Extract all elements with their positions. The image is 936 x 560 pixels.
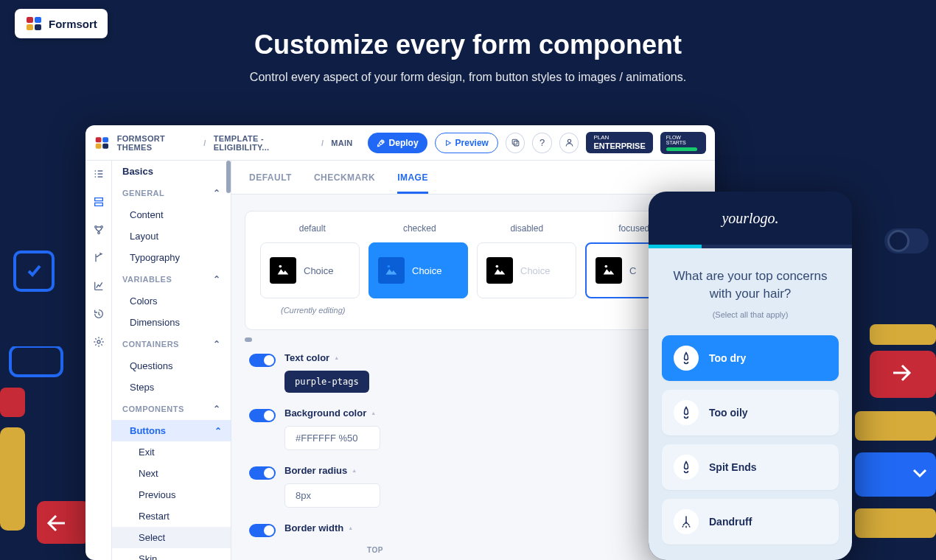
deco-shapes [0, 346, 85, 560]
svg-point-26 [388, 265, 391, 268]
bg-color-input[interactable]: #FFFFFF %50 [284, 426, 380, 450]
hair-icon [674, 455, 699, 480]
hero-subtitle: Control every aspect of your form design… [0, 71, 936, 84]
text-color-toggle[interactable] [249, 354, 276, 367]
sidebar-section-containers[interactable]: CONTAINERS⌃ [112, 333, 231, 355]
svg-point-25 [279, 265, 282, 268]
preview-button[interactable]: Preview [435, 133, 498, 153]
crumb[interactable]: TEMPLATE - ELIGIBILITY... [214, 134, 314, 152]
border-radius-input[interactable]: 8px [284, 483, 380, 508]
sidebar-section-variables[interactable]: VARIABLES⌃ [112, 268, 231, 290]
image-icon [596, 257, 622, 284]
sidebar-item-layout[interactable]: Layout [112, 225, 231, 247]
border-width-label: Border width [284, 522, 353, 533]
phone-logo: yourlogo. [649, 192, 852, 245]
app-header: FORMSORT THEMES / TEMPLATE - ELIGIBILITY… [85, 125, 715, 161]
variant-card-disabled[interactable]: Choice [477, 242, 576, 298]
svg-rect-8 [855, 508, 936, 538]
svg-rect-0 [10, 346, 62, 376]
rail-settings-icon[interactable] [91, 335, 106, 349]
sidebar-item-content[interactable]: Content [112, 204, 231, 225]
variant-card-default[interactable]: Choice [260, 242, 360, 298]
variant-head: disabled [481, 223, 573, 234]
border-width-toggle[interactable] [249, 524, 276, 537]
sidebar-basics[interactable]: Basics [112, 161, 231, 182]
option-split-ends[interactable]: Spit Ends [662, 444, 839, 490]
sidebar-item-skin[interactable]: Skin [112, 548, 231, 560]
option-too-dry[interactable]: Too dry [662, 335, 839, 381]
sidebar-item-buttons[interactable]: Buttons⌃ [112, 420, 231, 441]
user-button[interactable] [559, 133, 579, 153]
deco-shapes-right [848, 324, 936, 560]
play-icon [444, 139, 452, 147]
deploy-button[interactable]: Deploy [368, 133, 427, 153]
svg-rect-10 [35, 17, 41, 23]
chevron-up-icon: ⌃ [213, 339, 221, 349]
rail-branch-icon[interactable] [91, 251, 106, 265]
image-icon [270, 257, 296, 284]
svg-rect-9 [27, 17, 33, 23]
sidebar-section-general[interactable]: GENERAL⌃ [112, 182, 231, 204]
nav-rail [85, 161, 112, 560]
sidebar-item-colors[interactable]: Colors [112, 290, 231, 312]
tab-checkmark[interactable]: CHECKMARK [314, 172, 375, 194]
sidebar-item-steps[interactable]: Steps [112, 377, 231, 398]
text-color-value[interactable]: purple-ptags [284, 371, 369, 393]
sidebar-item-select[interactable]: Select [112, 527, 231, 548]
rail-history-icon[interactable] [91, 307, 106, 321]
rail-analytics-icon[interactable] [91, 279, 106, 293]
sidebar-section-components[interactable]: COMPONENTS⌃ [112, 398, 231, 420]
question-text: What are your top concerns with your hai… [662, 267, 839, 303]
border-top-label: TOP [367, 546, 697, 554]
tab-default[interactable]: DEFAULT [249, 172, 292, 194]
sidebar-item-exit[interactable]: Exit [112, 441, 231, 463]
variant-head: checked [374, 223, 467, 234]
sidebar-item-previous[interactable]: Previous [112, 484, 231, 505]
rail-theme-icon[interactable] [91, 195, 106, 209]
rail-flow-icon[interactable] [91, 223, 106, 237]
main-panel: DEFAULT CHECKMARK IMAGE default checked … [231, 161, 715, 560]
deco-toggle-icon [884, 228, 929, 253]
border-radius-toggle[interactable] [249, 466, 276, 480]
crumb[interactable]: MAIN [331, 139, 352, 147]
help-button[interactable]: ? [532, 133, 551, 153]
style-controls: Text color purple-ptags Background color… [231, 342, 715, 554]
brand-name: Formsort [49, 18, 97, 30]
option-too-oily[interactable]: Too oily [662, 390, 839, 435]
svg-rect-13 [96, 137, 102, 142]
svg-rect-14 [102, 137, 108, 142]
copy-button[interactable] [506, 133, 525, 153]
text-color-label: Text color [284, 352, 369, 363]
sidebar-item-restart[interactable]: Restart [112, 505, 231, 527]
svg-rect-1 [0, 388, 25, 417]
sidebar-item-next[interactable]: Next [112, 463, 231, 484]
hair-icon [674, 346, 699, 371]
sidebar-item-questions[interactable]: Questions [112, 355, 231, 377]
user-icon [565, 138, 574, 147]
svg-point-23 [97, 232, 99, 234]
brand-badge: Formsort [15, 9, 108, 38]
option-dandruff[interactable]: Dandruff [662, 499, 839, 545]
rail-steps-icon[interactable] [91, 167, 106, 181]
border-radius-label: Border radius [284, 465, 380, 476]
formsort-logo-icon [94, 135, 110, 151]
crumb[interactable]: FORMSORT THEMES [117, 134, 197, 152]
svg-rect-18 [514, 141, 519, 146]
breadcrumb: FORMSORT THEMES / TEMPLATE - ELIGIBILITY… [117, 134, 353, 152]
sidebar-item-dimensions[interactable]: Dimensions [112, 312, 231, 333]
svg-point-21 [94, 226, 97, 228]
svg-rect-15 [96, 143, 102, 148]
sidebar-item-typography[interactable]: Typography [112, 247, 231, 268]
variant-head: default [266, 223, 359, 234]
rocket-icon [377, 139, 385, 147]
hair-icon [674, 509, 699, 534]
svg-rect-6 [855, 411, 936, 441]
horizontal-scrollbar[interactable] [245, 337, 702, 342]
svg-rect-4 [870, 324, 936, 345]
tab-image[interactable]: IMAGE [397, 172, 428, 194]
component-tabs: DEFAULT CHECKMARK IMAGE [231, 161, 715, 195]
chevron-up-icon: ⌃ [213, 274, 221, 284]
svg-rect-12 [35, 24, 41, 30]
bg-color-toggle[interactable] [249, 409, 276, 422]
variant-card-checked[interactable]: Choice [369, 242, 468, 298]
